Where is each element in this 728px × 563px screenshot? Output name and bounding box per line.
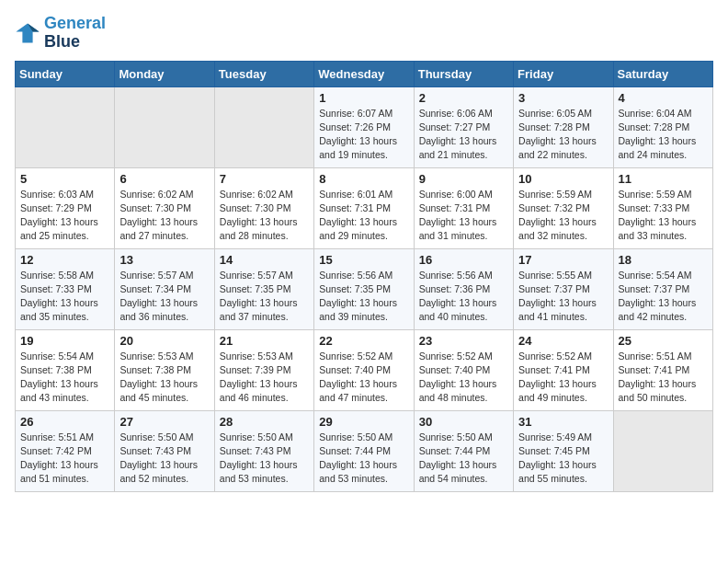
day-info: Sunrise: 6:04 AM Sunset: 7:28 PM Dayligh… xyxy=(619,107,708,163)
week-row-5: 26Sunrise: 5:51 AM Sunset: 7:42 PM Dayli… xyxy=(16,410,713,491)
day-info: Sunrise: 5:52 AM Sunset: 7:40 PM Dayligh… xyxy=(319,350,408,406)
day-info: Sunrise: 6:07 AM Sunset: 7:26 PM Dayligh… xyxy=(319,107,408,163)
day-cell: 10Sunrise: 5:59 AM Sunset: 7:32 PM Dayli… xyxy=(514,167,613,248)
day-info: Sunrise: 5:50 AM Sunset: 7:43 PM Dayligh… xyxy=(119,431,209,487)
day-info: Sunrise: 5:59 AM Sunset: 7:32 PM Dayligh… xyxy=(518,188,608,244)
day-cell: 27Sunrise: 5:50 AM Sunset: 7:43 PM Dayli… xyxy=(115,410,214,491)
day-cell: 6Sunrise: 6:02 AM Sunset: 7:30 PM Daylig… xyxy=(115,167,214,248)
week-row-2: 5Sunrise: 6:03 AM Sunset: 7:29 PM Daylig… xyxy=(16,167,713,248)
day-number: 5 xyxy=(20,172,109,186)
header-wednesday: Wednesday xyxy=(314,61,414,86)
day-number: 1 xyxy=(319,91,408,105)
day-cell: 18Sunrise: 5:54 AM Sunset: 7:37 PM Dayli… xyxy=(613,248,712,329)
day-info: Sunrise: 6:00 AM Sunset: 7:31 PM Dayligh… xyxy=(419,188,508,244)
week-row-4: 19Sunrise: 5:54 AM Sunset: 7:38 PM Dayli… xyxy=(16,329,713,410)
logo-blue: Blue xyxy=(44,33,106,52)
day-cell: 14Sunrise: 5:57 AM Sunset: 7:35 PM Dayli… xyxy=(214,248,313,329)
day-number: 25 xyxy=(619,334,708,348)
day-number: 12 xyxy=(20,253,109,267)
day-info: Sunrise: 6:05 AM Sunset: 7:28 PM Dayligh… xyxy=(518,107,608,163)
day-cell xyxy=(16,86,115,167)
header: General Blue xyxy=(15,15,713,52)
day-info: Sunrise: 5:54 AM Sunset: 7:37 PM Dayligh… xyxy=(619,269,708,325)
day-number: 11 xyxy=(619,172,708,186)
header-sunday: Sunday xyxy=(16,61,115,86)
day-info: Sunrise: 5:58 AM Sunset: 7:33 PM Dayligh… xyxy=(20,269,109,325)
day-info: Sunrise: 6:01 AM Sunset: 7:31 PM Dayligh… xyxy=(319,188,408,244)
day-info: Sunrise: 5:52 AM Sunset: 7:41 PM Dayligh… xyxy=(518,350,608,406)
day-info: Sunrise: 5:51 AM Sunset: 7:42 PM Dayligh… xyxy=(20,431,109,487)
day-cell: 11Sunrise: 5:59 AM Sunset: 7:33 PM Dayli… xyxy=(613,167,712,248)
day-number: 9 xyxy=(419,172,508,186)
day-cell: 26Sunrise: 5:51 AM Sunset: 7:42 PM Dayli… xyxy=(16,410,115,491)
day-cell: 31Sunrise: 5:49 AM Sunset: 7:45 PM Dayli… xyxy=(514,410,613,491)
logo-text: General xyxy=(44,15,106,33)
day-info: Sunrise: 6:06 AM Sunset: 7:27 PM Dayligh… xyxy=(419,107,508,163)
header-tuesday: Tuesday xyxy=(214,61,313,86)
day-cell: 7Sunrise: 6:02 AM Sunset: 7:30 PM Daylig… xyxy=(214,167,313,248)
day-number: 7 xyxy=(220,172,309,186)
day-number: 29 xyxy=(319,415,408,429)
day-number: 15 xyxy=(319,253,408,267)
day-info: Sunrise: 5:49 AM Sunset: 7:45 PM Dayligh… xyxy=(518,431,608,487)
week-row-3: 12Sunrise: 5:58 AM Sunset: 7:33 PM Dayli… xyxy=(16,248,713,329)
day-info: Sunrise: 6:02 AM Sunset: 7:30 PM Dayligh… xyxy=(220,188,309,244)
day-number: 13 xyxy=(119,253,209,267)
day-cell: 1Sunrise: 6:07 AM Sunset: 7:26 PM Daylig… xyxy=(314,86,414,167)
logo-icon xyxy=(15,20,40,46)
day-cell: 20Sunrise: 5:53 AM Sunset: 7:38 PM Dayli… xyxy=(115,329,214,410)
day-number: 30 xyxy=(419,415,508,429)
day-info: Sunrise: 5:50 AM Sunset: 7:43 PM Dayligh… xyxy=(220,431,309,487)
day-cell: 19Sunrise: 5:54 AM Sunset: 7:38 PM Dayli… xyxy=(16,329,115,410)
day-cell: 21Sunrise: 5:53 AM Sunset: 7:39 PM Dayli… xyxy=(214,329,313,410)
day-number: 28 xyxy=(220,415,309,429)
day-info: Sunrise: 5:53 AM Sunset: 7:39 PM Dayligh… xyxy=(220,350,309,406)
day-number: 8 xyxy=(319,172,408,186)
day-cell: 13Sunrise: 5:57 AM Sunset: 7:34 PM Dayli… xyxy=(115,248,214,329)
day-number: 23 xyxy=(419,334,508,348)
logo: General Blue xyxy=(15,15,106,52)
day-info: Sunrise: 6:02 AM Sunset: 7:30 PM Dayligh… xyxy=(119,188,209,244)
day-cell: 4Sunrise: 6:04 AM Sunset: 7:28 PM Daylig… xyxy=(613,86,712,167)
day-cell xyxy=(214,86,313,167)
day-number: 2 xyxy=(419,91,508,105)
day-cell xyxy=(115,86,214,167)
day-number: 17 xyxy=(518,253,608,267)
day-cell: 25Sunrise: 5:51 AM Sunset: 7:41 PM Dayli… xyxy=(613,329,712,410)
day-info: Sunrise: 5:59 AM Sunset: 7:33 PM Dayligh… xyxy=(619,188,708,244)
day-number: 27 xyxy=(119,415,209,429)
day-number: 14 xyxy=(220,253,309,267)
week-row-1: 1Sunrise: 6:07 AM Sunset: 7:26 PM Daylig… xyxy=(16,86,713,167)
day-info: Sunrise: 5:52 AM Sunset: 7:40 PM Dayligh… xyxy=(419,350,508,406)
day-info: Sunrise: 5:54 AM Sunset: 7:38 PM Dayligh… xyxy=(20,350,109,406)
header-friday: Friday xyxy=(514,61,613,86)
calendar-table: SundayMondayTuesdayWednesdayThursdayFrid… xyxy=(15,61,713,492)
day-number: 21 xyxy=(220,334,309,348)
day-info: Sunrise: 5:57 AM Sunset: 7:34 PM Dayligh… xyxy=(119,269,209,325)
day-info: Sunrise: 5:57 AM Sunset: 7:35 PM Dayligh… xyxy=(220,269,309,325)
day-number: 18 xyxy=(619,253,708,267)
day-cell: 15Sunrise: 5:56 AM Sunset: 7:35 PM Dayli… xyxy=(314,248,414,329)
day-cell xyxy=(613,410,712,491)
day-info: Sunrise: 5:50 AM Sunset: 7:44 PM Dayligh… xyxy=(319,431,408,487)
day-cell: 12Sunrise: 5:58 AM Sunset: 7:33 PM Dayli… xyxy=(16,248,115,329)
svg-marker-0 xyxy=(16,23,39,42)
day-cell: 24Sunrise: 5:52 AM Sunset: 7:41 PM Dayli… xyxy=(514,329,613,410)
day-cell: 28Sunrise: 5:50 AM Sunset: 7:43 PM Dayli… xyxy=(214,410,313,491)
day-number: 6 xyxy=(119,172,209,186)
day-info: Sunrise: 5:56 AM Sunset: 7:36 PM Dayligh… xyxy=(419,269,508,325)
day-number: 20 xyxy=(119,334,209,348)
day-number: 26 xyxy=(20,415,109,429)
day-cell: 30Sunrise: 5:50 AM Sunset: 7:44 PM Dayli… xyxy=(414,410,513,491)
day-cell: 29Sunrise: 5:50 AM Sunset: 7:44 PM Dayli… xyxy=(314,410,414,491)
day-cell: 5Sunrise: 6:03 AM Sunset: 7:29 PM Daylig… xyxy=(16,167,115,248)
day-cell: 2Sunrise: 6:06 AM Sunset: 7:27 PM Daylig… xyxy=(414,86,513,167)
day-cell: 3Sunrise: 6:05 AM Sunset: 7:28 PM Daylig… xyxy=(514,86,613,167)
day-number: 31 xyxy=(518,415,608,429)
day-cell: 23Sunrise: 5:52 AM Sunset: 7:40 PM Dayli… xyxy=(414,329,513,410)
day-cell: 8Sunrise: 6:01 AM Sunset: 7:31 PM Daylig… xyxy=(314,167,414,248)
header-monday: Monday xyxy=(115,61,214,86)
day-cell: 9Sunrise: 6:00 AM Sunset: 7:31 PM Daylig… xyxy=(414,167,513,248)
day-info: Sunrise: 5:55 AM Sunset: 7:37 PM Dayligh… xyxy=(518,269,608,325)
calendar-header-row: SundayMondayTuesdayWednesdayThursdayFrid… xyxy=(16,61,713,86)
